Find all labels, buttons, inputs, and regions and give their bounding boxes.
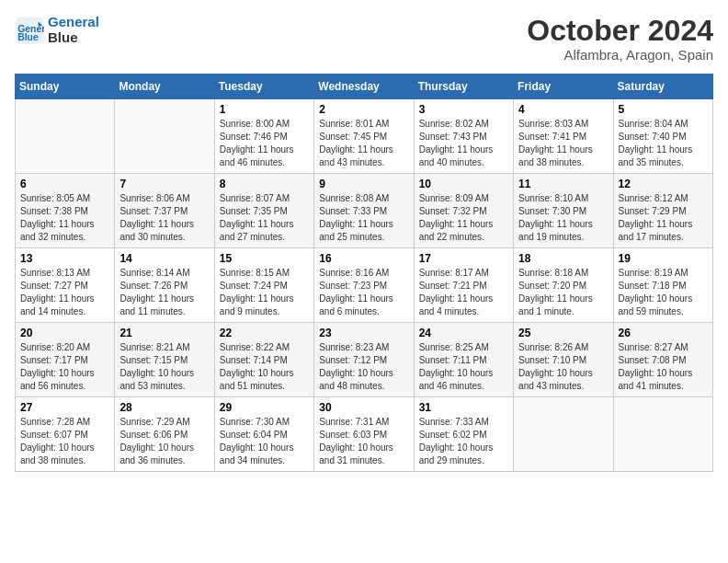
- day-info: Sunrise: 7:28 AM Sunset: 6:07 PM Dayligh…: [20, 416, 109, 467]
- day-info: Sunrise: 8:03 AM Sunset: 7:41 PM Dayligh…: [518, 118, 608, 169]
- day-info: Sunrise: 8:07 AM Sunset: 7:35 PM Dayligh…: [220, 192, 309, 244]
- day-cell: 14Sunrise: 8:14 AM Sunset: 7:26 PM Dayli…: [115, 248, 214, 323]
- weekday-header-monday: Monday: [115, 75, 214, 99]
- day-info: Sunrise: 8:19 AM Sunset: 7:18 PM Dayligh…: [619, 267, 708, 318]
- day-info: Sunrise: 8:06 AM Sunset: 7:37 PM Dayligh…: [119, 192, 209, 244]
- day-cell: 27Sunrise: 7:28 AM Sunset: 6:07 PM Dayli…: [16, 397, 115, 472]
- day-number: 9: [319, 178, 408, 190]
- day-cell: 9Sunrise: 8:08 AM Sunset: 7:33 PM Daylig…: [314, 174, 414, 248]
- day-number: 8: [220, 178, 309, 190]
- day-cell: 8Sunrise: 8:07 AM Sunset: 7:35 PM Daylig…: [214, 174, 313, 248]
- day-cell: 16Sunrise: 8:16 AM Sunset: 7:23 PM Dayli…: [314, 248, 414, 323]
- week-row-3: 13Sunrise: 8:13 AM Sunset: 7:27 PM Dayli…: [16, 248, 713, 323]
- week-row-5: 27Sunrise: 7:28 AM Sunset: 6:07 PM Dayli…: [16, 397, 713, 472]
- day-info: Sunrise: 8:00 AM Sunset: 7:46 PM Dayligh…: [220, 118, 309, 169]
- month-title: October 2024: [527, 15, 713, 47]
- day-cell: 19Sunrise: 8:19 AM Sunset: 7:18 PM Dayli…: [613, 248, 712, 323]
- day-number: 7: [119, 178, 209, 190]
- day-info: Sunrise: 8:26 AM Sunset: 7:10 PM Dayligh…: [518, 341, 608, 393]
- day-info: Sunrise: 8:09 AM Sunset: 7:32 PM Dayligh…: [419, 192, 508, 244]
- day-cell: 1Sunrise: 8:00 AM Sunset: 7:46 PM Daylig…: [214, 99, 313, 174]
- week-row-4: 20Sunrise: 8:20 AM Sunset: 7:17 PM Dayli…: [16, 323, 713, 397]
- day-info: Sunrise: 8:05 AM Sunset: 7:38 PM Dayligh…: [20, 192, 109, 244]
- logo-icon: General Blue: [15, 16, 44, 45]
- day-info: Sunrise: 8:13 AM Sunset: 7:27 PM Dayligh…: [20, 267, 109, 318]
- day-number: 26: [619, 327, 708, 339]
- day-number: 24: [419, 327, 508, 339]
- calendar-body: 1Sunrise: 8:00 AM Sunset: 7:46 PM Daylig…: [16, 99, 713, 472]
- weekday-header-wednesday: Wednesday: [314, 75, 414, 99]
- day-cell: 30Sunrise: 7:31 AM Sunset: 6:03 PM Dayli…: [314, 397, 414, 472]
- day-number: 14: [119, 252, 209, 265]
- weekday-header-thursday: Thursday: [414, 75, 513, 99]
- day-cell: 22Sunrise: 8:22 AM Sunset: 7:14 PM Dayli…: [214, 323, 313, 397]
- weekday-header-tuesday: Tuesday: [214, 75, 313, 99]
- day-number: 22: [220, 327, 309, 339]
- day-cell: 7Sunrise: 8:06 AM Sunset: 7:37 PM Daylig…: [115, 174, 214, 248]
- day-number: 10: [419, 178, 508, 190]
- day-cell: 10Sunrise: 8:09 AM Sunset: 7:32 PM Dayli…: [414, 174, 513, 248]
- day-number: 23: [319, 327, 408, 339]
- day-info: Sunrise: 8:16 AM Sunset: 7:23 PM Dayligh…: [319, 267, 408, 318]
- day-cell: 3Sunrise: 8:02 AM Sunset: 7:43 PM Daylig…: [414, 99, 513, 174]
- week-row-1: 1Sunrise: 8:00 AM Sunset: 7:46 PM Daylig…: [16, 99, 713, 174]
- day-info: Sunrise: 8:02 AM Sunset: 7:43 PM Dayligh…: [419, 118, 508, 169]
- day-cell: 29Sunrise: 7:30 AM Sunset: 6:04 PM Dayli…: [214, 397, 313, 472]
- day-info: Sunrise: 8:10 AM Sunset: 7:30 PM Dayligh…: [518, 192, 608, 244]
- weekday-header-saturday: Saturday: [613, 75, 712, 99]
- day-info: Sunrise: 7:33 AM Sunset: 6:02 PM Dayligh…: [419, 416, 508, 467]
- day-cell: 26Sunrise: 8:27 AM Sunset: 7:08 PM Dayli…: [613, 323, 712, 397]
- day-cell: [613, 397, 712, 472]
- day-info: Sunrise: 8:27 AM Sunset: 7:08 PM Dayligh…: [619, 341, 708, 393]
- day-info: Sunrise: 7:31 AM Sunset: 6:03 PM Dayligh…: [319, 416, 408, 467]
- day-info: Sunrise: 8:01 AM Sunset: 7:45 PM Dayligh…: [319, 118, 408, 169]
- day-number: 17: [419, 252, 508, 265]
- day-info: Sunrise: 8:04 AM Sunset: 7:40 PM Dayligh…: [619, 118, 708, 169]
- page-header: General Blue General Blue October 2024 A…: [15, 15, 713, 63]
- day-cell: 23Sunrise: 8:23 AM Sunset: 7:12 PM Dayli…: [314, 323, 414, 397]
- location: Alfambra, Aragon, Spain: [527, 47, 713, 63]
- day-info: Sunrise: 8:23 AM Sunset: 7:12 PM Dayligh…: [319, 341, 408, 393]
- day-cell: 13Sunrise: 8:13 AM Sunset: 7:27 PM Dayli…: [16, 248, 115, 323]
- day-cell: 15Sunrise: 8:15 AM Sunset: 7:24 PM Dayli…: [214, 248, 313, 323]
- day-number: 6: [20, 178, 109, 190]
- day-number: 13: [20, 252, 109, 265]
- day-info: Sunrise: 8:17 AM Sunset: 7:21 PM Dayligh…: [419, 267, 508, 318]
- day-number: 2: [319, 103, 408, 116]
- day-number: 31: [419, 401, 508, 414]
- day-cell: 25Sunrise: 8:26 AM Sunset: 7:10 PM Dayli…: [514, 323, 613, 397]
- day-number: 16: [319, 252, 408, 265]
- day-cell: 20Sunrise: 8:20 AM Sunset: 7:17 PM Dayli…: [16, 323, 115, 397]
- day-cell: 21Sunrise: 8:21 AM Sunset: 7:15 PM Dayli…: [115, 323, 214, 397]
- day-info: Sunrise: 8:18 AM Sunset: 7:20 PM Dayligh…: [518, 267, 608, 318]
- title-area: October 2024 Alfambra, Aragon, Spain: [527, 15, 713, 63]
- day-number: 15: [220, 252, 309, 265]
- day-number: 20: [20, 327, 109, 339]
- day-number: 12: [619, 178, 708, 190]
- day-number: 4: [518, 103, 608, 116]
- day-number: 5: [619, 103, 708, 116]
- day-info: Sunrise: 8:14 AM Sunset: 7:26 PM Dayligh…: [119, 267, 209, 318]
- week-row-2: 6Sunrise: 8:05 AM Sunset: 7:38 PM Daylig…: [16, 174, 713, 248]
- day-cell: 11Sunrise: 8:10 AM Sunset: 7:30 PM Dayli…: [514, 174, 613, 248]
- day-info: Sunrise: 8:25 AM Sunset: 7:11 PM Dayligh…: [419, 341, 508, 393]
- day-cell: 24Sunrise: 8:25 AM Sunset: 7:11 PM Dayli…: [414, 323, 513, 397]
- calendar-header: SundayMondayTuesdayWednesdayThursdayFrid…: [16, 75, 713, 99]
- day-info: Sunrise: 7:30 AM Sunset: 6:04 PM Dayligh…: [220, 416, 309, 467]
- day-number: 27: [20, 401, 109, 414]
- day-number: 1: [220, 103, 309, 116]
- day-number: 30: [319, 401, 408, 414]
- logo-blue: Blue: [48, 29, 78, 45]
- day-info: Sunrise: 8:12 AM Sunset: 7:29 PM Dayligh…: [619, 192, 708, 244]
- day-cell: [514, 397, 613, 472]
- day-info: Sunrise: 8:20 AM Sunset: 7:17 PM Dayligh…: [20, 341, 109, 393]
- day-info: Sunrise: 8:21 AM Sunset: 7:15 PM Dayligh…: [119, 341, 209, 393]
- day-number: 18: [518, 252, 608, 265]
- logo-general: General: [48, 14, 99, 29]
- logo: General Blue General Blue: [15, 15, 99, 45]
- header-row: SundayMondayTuesdayWednesdayThursdayFrid…: [16, 75, 713, 99]
- day-number: 28: [119, 401, 209, 414]
- day-number: 21: [119, 327, 209, 339]
- day-cell: [16, 99, 115, 174]
- day-cell: 12Sunrise: 8:12 AM Sunset: 7:29 PM Dayli…: [613, 174, 712, 248]
